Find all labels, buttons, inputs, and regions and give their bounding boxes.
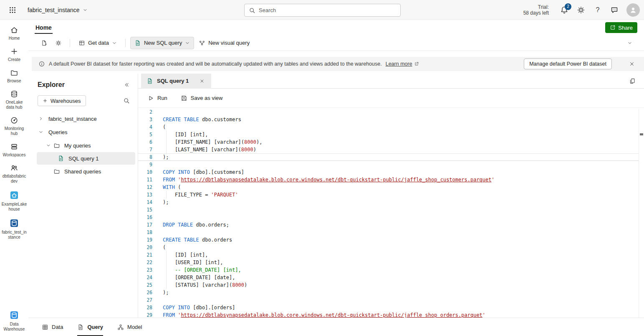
- lakehouse-icon: [9, 190, 19, 200]
- chevron-down-icon: [83, 8, 88, 13]
- banner-close-button[interactable]: [626, 59, 637, 69]
- tab-close-button[interactable]: [198, 77, 206, 85]
- code-line[interactable]: 17DROP TABLE dbo.orders;: [138, 221, 639, 229]
- tree-item-sql-query-1[interactable]: SQL query 1: [37, 152, 135, 165]
- app-launcher-button[interactable]: [5, 3, 20, 18]
- code-line[interactable]: 21 [ID] [int],: [138, 251, 639, 259]
- code-line[interactable]: 15: [138, 206, 639, 214]
- code-line[interactable]: 25 [STATUS] [varchar](8000): [138, 281, 639, 289]
- workspace-switcher[interactable]: fabric_test_instance: [28, 7, 88, 13]
- code-line[interactable]: 11FROM 'https://dbtlabsynapsedatalake.bl…: [138, 176, 639, 183]
- code-line[interactable]: 27: [138, 296, 639, 304]
- code-line[interactable]: 10COPY INTO [dbo].[customers]: [138, 168, 639, 176]
- tab-sql-query-1[interactable]: SQL query 1: [141, 74, 211, 89]
- nav-rail-item-examplelakehouse[interactable]: ExampleLakehouse: [0, 188, 28, 214]
- nav-rail-item-home[interactable]: Home: [0, 24, 28, 43]
- feedback-button[interactable]: [607, 3, 621, 17]
- get-data-button[interactable]: Get data: [75, 37, 121, 49]
- line-number: 5: [138, 131, 152, 138]
- nav-rail-item-data-warehouse[interactable]: Data Warehouse: [0, 308, 28, 333]
- code-line[interactable]: 22 [USER_ID] [int],: [138, 259, 639, 266]
- code-line[interactable]: 13 FILE_TYPE = 'PARQUET': [138, 191, 639, 199]
- explorer-tree: fabric_test_instance Queries My queries …: [32, 112, 138, 178]
- manage-dataset-button[interactable]: Manage default Power BI dataset: [524, 59, 612, 69]
- run-button[interactable]: Run: [146, 92, 169, 105]
- account-avatar[interactable]: [626, 3, 640, 17]
- code-line[interactable]: 12WITH (: [138, 183, 639, 191]
- save-as-view-button[interactable]: Save as view: [179, 92, 225, 105]
- settings-button[interactable]: [574, 3, 588, 17]
- line-number: 21: [138, 251, 152, 259]
- line-number: 18: [138, 229, 152, 236]
- workspaces-icon: [10, 143, 18, 151]
- notification-badge: 2: [565, 3, 571, 10]
- tree-item-my-queries[interactable]: My queries: [32, 139, 138, 152]
- nav-rail-item-browse[interactable]: Browse: [0, 67, 28, 85]
- code-lines[interactable]: 23CREATE TABLE dbo.customers4(5 [ID] [in…: [138, 108, 639, 318]
- nav-rail-item-monitoring-hub[interactable]: Monitoring hub: [0, 115, 28, 138]
- view-tab-query[interactable]: Query: [77, 318, 103, 336]
- new-item-button[interactable]: [38, 37, 51, 49]
- explorer-search-button[interactable]: [121, 95, 132, 106]
- nav-rail-item-fabric-test-instance[interactable]: fabric_test_instance: [0, 216, 28, 242]
- warehouse-settings-button[interactable]: [52, 37, 65, 49]
- tree-item-fabric-test-instance[interactable]: fabric_test_instance: [32, 112, 138, 125]
- code-line[interactable]: 28COPY INTO [dbo].[orders]: [138, 304, 639, 311]
- line-number: 6: [138, 138, 152, 146]
- nav-rail-item-onelake-data-hub[interactable]: OneLake data hub: [0, 88, 28, 112]
- code-line[interactable]: 4(: [138, 123, 639, 131]
- global-search[interactable]: [244, 4, 401, 17]
- code-line[interactable]: 26);: [138, 289, 639, 296]
- nav-rail-item-create[interactable]: Create: [0, 46, 28, 64]
- folder-icon: [53, 168, 60, 175]
- nav-rail-item-dbtlabsfabricdev[interactable]: dbtlabsfabricdev: [0, 162, 28, 186]
- waffle-icon: [8, 6, 17, 14]
- code-line[interactable]: 2: [138, 108, 639, 116]
- editor-scrollbar[interactable]: [639, 108, 644, 318]
- code-line[interactable]: 16: [138, 214, 639, 221]
- code-text: [LAST_NAME] [varchar](8000): [163, 146, 256, 153]
- tab-home[interactable]: Home: [35, 21, 53, 34]
- code-text: FILE_TYPE = 'PARQUET': [163, 191, 238, 199]
- line-number: 17: [138, 221, 152, 229]
- collapse-pane-button[interactable]: [121, 79, 132, 90]
- code-line[interactable]: 6 [FIRST_NAME] [varchar](8000),: [138, 138, 639, 146]
- code-line[interactable]: 24 [ORDER_DATE] [date],: [138, 274, 639, 281]
- code-line[interactable]: 14);: [138, 199, 639, 206]
- code-text: COPY INTO [dbo].[customers]: [163, 168, 244, 176]
- tree-item-queries[interactable]: Queries: [32, 125, 138, 139]
- code-text: (: [163, 244, 166, 251]
- share-button[interactable]: Share: [605, 22, 637, 33]
- trial-line2: 58 days left: [523, 10, 549, 16]
- code-line[interactable]: 5 [ID] [int],: [138, 131, 639, 138]
- code-text: CREATE TABLE dbo.orders: [163, 236, 232, 244]
- code-line[interactable]: 18: [138, 229, 639, 236]
- copy-button[interactable]: [626, 75, 638, 87]
- code-text: [STATUS] [varchar](8000): [163, 281, 247, 289]
- add-warehouses-label: Warehouses: [51, 98, 81, 104]
- code-line[interactable]: 29FROM 'https://dbtlabsynapsedatalake.bl…: [138, 311, 639, 318]
- code-line[interactable]: 3CREATE TABLE dbo.customers: [138, 116, 639, 123]
- new-visual-query-button[interactable]: New visual query: [195, 37, 253, 49]
- line-number: 20: [138, 244, 152, 251]
- tree-item-shared-queries[interactable]: Shared queries: [32, 165, 138, 178]
- view-tab-model[interactable]: Model: [117, 318, 142, 336]
- notifications-button[interactable]: 2: [557, 3, 571, 17]
- code-line[interactable]: 8);: [138, 153, 639, 161]
- new-sql-query-button[interactable]: New SQL query: [130, 37, 194, 49]
- chevron-right-icon: [38, 116, 43, 121]
- add-warehouses-button[interactable]: Warehouses: [38, 95, 86, 106]
- nav-rail-item-workspaces[interactable]: Workspaces: [0, 141, 28, 159]
- code-line[interactable]: 7 [LAST_NAME] [varchar](8000): [138, 146, 639, 153]
- code-line[interactable]: 19CREATE TABLE dbo.orders: [138, 236, 639, 244]
- help-button[interactable]: ?: [591, 3, 605, 17]
- code-line[interactable]: 20(: [138, 244, 639, 251]
- search-input[interactable]: [259, 7, 396, 13]
- view-tab-label: Data: [52, 324, 63, 330]
- view-tab-data[interactable]: Data: [42, 318, 63, 336]
- learn-more-link[interactable]: Learn more: [386, 61, 419, 67]
- code-line[interactable]: 9: [138, 161, 639, 168]
- query-editor-pane: SQL query 1 Run Save as view 23CREATE TA…: [138, 74, 644, 318]
- ribbon-collapse-button[interactable]: [623, 37, 636, 49]
- code-line[interactable]: 23 -- [ORDER_DATE] [int],: [138, 266, 639, 274]
